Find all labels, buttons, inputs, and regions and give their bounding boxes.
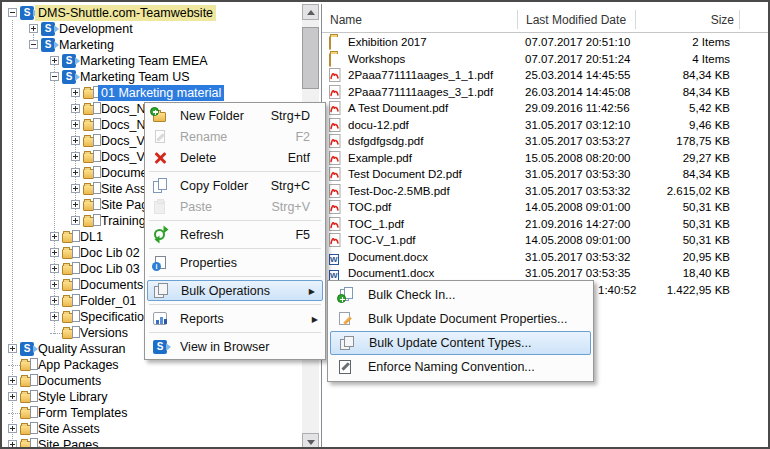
submenu-item-bulk-update-document-properties[interactable]: Bulk Update Document Properties... bbox=[328, 307, 593, 331]
tree-item-label[interactable]: Development bbox=[56, 21, 136, 37]
tree-item[interactable]: Site Pages bbox=[4, 437, 302, 449]
column-divider[interactable] bbox=[635, 10, 636, 29]
tree-expander-minus-icon[interactable] bbox=[29, 40, 38, 49]
scroll-down-button[interactable] bbox=[302, 433, 319, 449]
file-row[interactable]: TOC-V_1.pdf14.05.2008 09:01:0050,31 KB bbox=[322, 232, 770, 248]
tree-expander-plus-icon[interactable] bbox=[8, 376, 17, 385]
tree-item-label[interactable]: Site Pages bbox=[35, 437, 101, 449]
file-name[interactable]: A Test Doument.pdf bbox=[348, 100, 448, 116]
menu-item-copy-folder[interactable]: Copy FolderStrg+C bbox=[145, 175, 325, 196]
file-row[interactable]: 2Paaa771111aages_3_1.pdf26.03.2014 14:45… bbox=[322, 84, 770, 100]
column-header-size[interactable]: Size bbox=[635, 12, 734, 28]
tree-expander-plus-icon[interactable] bbox=[8, 424, 17, 433]
file-row[interactable]: TOC.pdf14.05.2008 09:01:0050,31 KB bbox=[322, 199, 770, 215]
tree-expander-plus-icon[interactable] bbox=[50, 312, 59, 321]
tree-expander-plus-icon[interactable] bbox=[50, 232, 59, 241]
tree-item-label[interactable]: Specificatio bbox=[77, 309, 147, 325]
tree-expander-plus-icon[interactable] bbox=[8, 344, 17, 353]
tree-item-label[interactable]: Marketing bbox=[56, 37, 117, 53]
menu-item-reports[interactable]: Reports▶ bbox=[145, 308, 325, 329]
menu-item-refresh[interactable]: RefreshF5 bbox=[145, 224, 325, 245]
tree-expander-plus-icon[interactable] bbox=[50, 264, 59, 273]
file-row[interactable]: Test Document D2.pdf31.05.2017 03:53:308… bbox=[322, 166, 770, 182]
file-name[interactable]: TOC-V_1.pdf bbox=[348, 232, 416, 248]
tree-item-label[interactable]: Training bbox=[98, 213, 149, 229]
file-name[interactable]: docu-12.pdf bbox=[348, 117, 409, 133]
tree-expander-plus-icon[interactable] bbox=[50, 296, 59, 305]
tree-item-label[interactable]: Doc Lib 02 bbox=[77, 245, 143, 261]
tree-item-label[interactable]: Style Library bbox=[35, 389, 110, 405]
tree-item-label[interactable]: Site Ass bbox=[98, 181, 149, 197]
file-row[interactable]: Document.docx31.05.2017 03:53:3220,95 KB bbox=[322, 249, 770, 265]
tree-item-label[interactable]: Folder_01 bbox=[77, 293, 139, 309]
column-header-last-modified-date[interactable]: Last Modified Date bbox=[526, 12, 626, 28]
tree-item[interactable]: Site Assets bbox=[4, 421, 302, 437]
tree-item-label[interactable]: Docume bbox=[98, 165, 151, 181]
tree-expander-plus-icon[interactable] bbox=[50, 280, 59, 289]
tree-item[interactable]: 01 Marketing material bbox=[4, 85, 302, 101]
submenu-item-bulk-check-in[interactable]: Bulk Check In... bbox=[328, 283, 593, 307]
menu-item-paste[interactable]: PasteStrg+V bbox=[145, 196, 325, 217]
tree-expander-plus-icon[interactable] bbox=[50, 248, 59, 257]
tree-expander-plus-icon[interactable] bbox=[71, 88, 80, 97]
tree-item-label[interactable]: Site Assets bbox=[35, 421, 103, 437]
tree-expander-plus-icon[interactable] bbox=[71, 200, 80, 209]
tree-expander-plus-icon[interactable] bbox=[71, 120, 80, 129]
file-name[interactable]: Workshops bbox=[348, 51, 405, 67]
tree-expander-minus-icon[interactable] bbox=[50, 72, 59, 81]
file-name[interactable]: Document.docx bbox=[348, 249, 428, 265]
tree-item[interactable]: Style Library bbox=[4, 389, 302, 405]
tree-item-label[interactable]: DL1 bbox=[77, 229, 106, 245]
file-row[interactable]: Exhibition 201707.07.2017 20:51:102 Item… bbox=[322, 34, 770, 50]
tree-expander-plus-icon[interactable] bbox=[29, 24, 38, 33]
tree-item[interactable]: Marketing Team US bbox=[4, 69, 302, 85]
menu-item-properties[interactable]: Properties bbox=[145, 252, 325, 273]
submenu-item-enforce-naming-convention[interactable]: Enforce Naming Convention... bbox=[328, 355, 593, 379]
tree-expander-minus-icon[interactable] bbox=[8, 8, 17, 17]
tree-item-label[interactable]: 01 Marketing material bbox=[98, 85, 224, 101]
file-row[interactable]: Example.pdf15.05.2008 08:20:0029,27 KB bbox=[322, 150, 770, 166]
tree-item-label[interactable]: Docs_N bbox=[98, 117, 148, 133]
tree-item-label[interactable]: Marketing Team EMEA bbox=[77, 53, 211, 69]
tree-expander-plus-icon[interactable] bbox=[71, 136, 80, 145]
menu-item-delete[interactable]: DeleteEntf bbox=[145, 147, 325, 168]
tree-expander-plus-icon[interactable] bbox=[8, 440, 17, 449]
scroll-up-button[interactable] bbox=[302, 4, 319, 20]
file-name[interactable]: Exhibition 2017 bbox=[348, 34, 427, 50]
tree-item-label[interactable]: Form Templates bbox=[35, 405, 130, 421]
tree-item-label[interactable]: App Packages bbox=[35, 357, 122, 373]
tree-item-label[interactable]: Marketing Team US bbox=[77, 69, 193, 85]
tree-item[interactable]: Marketing Team EMEA bbox=[4, 53, 302, 69]
file-name[interactable]: Example.pdf bbox=[348, 150, 412, 166]
tree-expander-plus-icon[interactable] bbox=[71, 104, 80, 113]
file-name[interactable]: Document1.docx bbox=[348, 265, 434, 281]
tree-expander-plus-icon[interactable] bbox=[71, 184, 80, 193]
tree-item-label[interactable]: DMS-Shuttle.com-Teamwebsite bbox=[35, 5, 216, 21]
tree-item-label[interactable]: Documents bbox=[35, 373, 104, 389]
file-name[interactable]: Test Document D2.pdf bbox=[348, 166, 462, 182]
tree-item-label[interactable]: Docs_N bbox=[98, 101, 148, 117]
file-name[interactable]: Test-Doc-2.5MB.pdf bbox=[348, 183, 450, 199]
file-row[interactable]: 2Paaa771111aages_1_1.pdf25.03.2014 14:45… bbox=[322, 67, 770, 83]
column-divider[interactable] bbox=[739, 10, 740, 29]
file-name[interactable]: dsfgdfgsdg.pdf bbox=[348, 133, 423, 149]
file-row[interactable]: dsfgdfgsdg.pdf31.05.2017 03:53:27178,75 … bbox=[322, 133, 770, 149]
file-name[interactable]: 2Paaa771111aages_1_1.pdf bbox=[348, 67, 493, 83]
tree-item-label[interactable]: Docs_V bbox=[98, 133, 148, 149]
file-row[interactable]: Test-Doc-2.5MB.pdf31.05.2017 03:53:322.6… bbox=[322, 183, 770, 199]
submenu-item-bulk-update-content-types[interactable]: Bulk Update Content Types... bbox=[330, 331, 591, 355]
tree-expander-plus-icon[interactable] bbox=[71, 152, 80, 161]
file-name[interactable]: TOC.pdf bbox=[348, 199, 391, 215]
file-row[interactable]: Document1.docx31.05.2017 03:53:3518,40 K… bbox=[322, 265, 770, 281]
tree-expander-plus-icon[interactable] bbox=[8, 392, 17, 401]
menu-item-rename[interactable]: RenameF2 bbox=[145, 126, 325, 147]
menu-item-bulk-operations[interactable]: Bulk Operations▶ bbox=[147, 280, 323, 301]
file-name[interactable]: 2Paaa771111aages_3_1.pdf bbox=[348, 84, 493, 100]
menu-item-new-folder[interactable]: New FolderStrg+D bbox=[145, 105, 325, 126]
tree-expander-plus-icon[interactable] bbox=[50, 56, 59, 65]
file-row[interactable]: Workshops07.07.2017 20:51:244 Items bbox=[322, 51, 770, 67]
tree-item-label[interactable]: Documents bbox=[77, 277, 146, 293]
tree-item-label[interactable]: Docs_V bbox=[98, 149, 148, 165]
tree-item[interactable]: DMS-Shuttle.com-Teamwebsite bbox=[4, 5, 302, 21]
tree-expander-plus-icon[interactable] bbox=[71, 168, 80, 177]
